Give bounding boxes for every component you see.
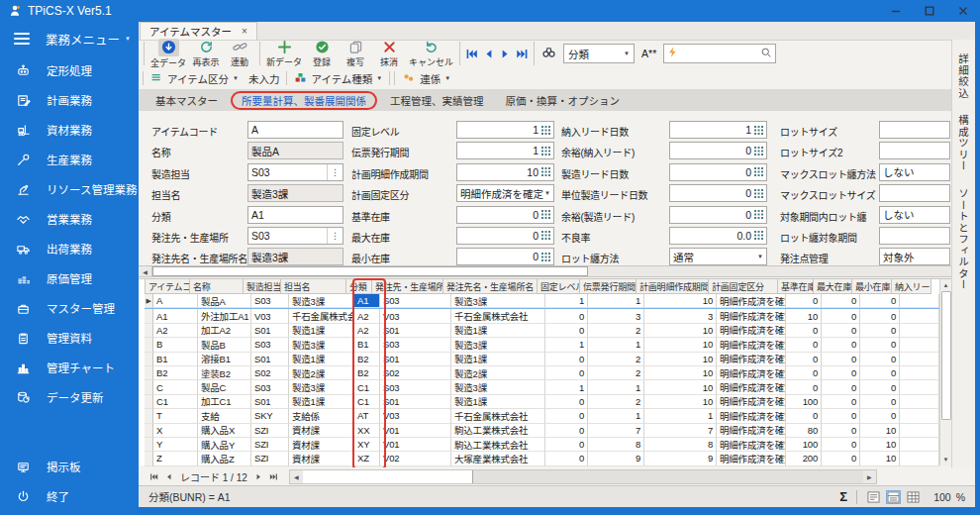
grid-cell[interactable] [900, 294, 939, 308]
grid-cell[interactable]: SZI [251, 438, 289, 452]
grid-cell[interactable]: 製造3課 [451, 380, 545, 394]
grid-cell[interactable]: 10 [860, 438, 900, 452]
scrollbar-thumb[interactable] [303, 470, 473, 483]
grid-entry-icon[interactable] [541, 147, 550, 155]
grid-cell[interactable]: S03 [251, 294, 289, 308]
grid-cell[interactable]: 10 [644, 380, 717, 394]
record-prev-button[interactable] [480, 48, 497, 60]
page-tab-4[interactable]: 原価・換算・オプション [495, 91, 632, 110]
column-header-発注先名・生産場所名[interactable]: 発注先名・生産場所名 [443, 279, 538, 294]
scroll-left-icon[interactable]: ◀ [139, 266, 152, 276]
field-input-readonly[interactable]: 製品A [247, 142, 343, 159]
grid-cell[interactable]: 0 [786, 353, 822, 366]
grid-cell[interactable]: 1 [588, 380, 644, 394]
field-input-number[interactable]: 1 [669, 121, 767, 139]
grid-cell[interactable]: 2 [588, 366, 644, 380]
wildcard-button[interactable]: A** [637, 48, 660, 59]
grid-cell[interactable]: S01 [251, 353, 289, 366]
grid-cell[interactable]: 明細作成済を確定 [717, 338, 786, 352]
field-input-readonly[interactable]: 製造3課 [247, 184, 343, 202]
grid-cell[interactable]: 0 [822, 424, 860, 438]
grid-cell[interactable]: 千石金属株式会社 [451, 309, 545, 323]
grid-cell[interactable]: 10 [644, 324, 717, 338]
grid-cell[interactable]: 製造1課 [289, 324, 354, 338]
grid-cell[interactable]: 駒込工業株式会社 [451, 438, 545, 452]
document-tab-item-master[interactable]: アイテムマスター × [140, 22, 257, 40]
grid-cell[interactable]: S01 [251, 395, 289, 409]
grid-row[interactable]: ▶A製品AS03製造3課A1S03製造3課1110明細作成済を確定000 [145, 294, 939, 309]
grid-cell[interactable]: S03 [380, 294, 451, 308]
sidebar-item-database[interactable]: データ更新 [0, 382, 139, 412]
grid-cell[interactable]: 0 [545, 366, 588, 380]
grid-cell[interactable]: 1 [588, 294, 644, 308]
row-selector[interactable]: ▶ [145, 294, 153, 308]
grid-cell[interactable]: Y [153, 438, 198, 452]
grid-cell[interactable]: 80 [786, 424, 822, 438]
grid-cell[interactable]: 1 [545, 294, 588, 308]
grid-cell[interactable]: 塗装B2 [198, 366, 251, 380]
grid-cell[interactable]: 明細作成済を確定 [717, 409, 786, 423]
grid-cell[interactable]: 製造3課 [289, 294, 354, 308]
grid-cell[interactable]: 8 [644, 438, 717, 452]
field-input-text[interactable] [879, 227, 950, 245]
grid-cell[interactable]: 購入品Z [198, 452, 251, 465]
grid-cell[interactable]: 0 [860, 366, 900, 380]
field-input-number[interactable]: 0 [456, 227, 554, 245]
grid-cell[interactable]: 0 [545, 438, 588, 452]
grid-cell[interactable]: 10 [786, 309, 822, 323]
grid-cell[interactable]: A2 [153, 324, 198, 338]
column-header-計画明細作成期間[interactable]: 計画明細作成期間 [637, 279, 709, 294]
grid-cell[interactable]: C1 [153, 395, 198, 409]
grid-cell[interactable]: 製造3課 [451, 338, 545, 352]
grid-cell[interactable]: 支給 [198, 409, 251, 423]
field-input-text[interactable] [879, 121, 950, 139]
sidebar-menu-header[interactable]: 業務メニュー ▼ [0, 22, 139, 55]
grid-row[interactable]: B製品BS03製造3課B1S03製造3課1110明細作成済を確定000 [145, 338, 939, 352]
record-first-button[interactable] [147, 472, 161, 481]
grid-cell[interactable]: 溶接B1 [198, 353, 251, 366]
grid-cell[interactable]: S01 [380, 353, 451, 366]
grid-cell[interactable]: SZI [251, 424, 289, 438]
grid-cell[interactable]: 製造1課 [451, 353, 545, 366]
grid-cell[interactable]: XY [354, 438, 380, 452]
grid-cell[interactable]: B1 [153, 353, 198, 366]
grid-entry-icon[interactable] [541, 231, 550, 240]
grid-cell[interactable]: 0 [545, 324, 588, 338]
grid-cell[interactable]: 1 [588, 409, 644, 423]
grid-row[interactable]: Z購入品ZSZI資材課XZV02大塚産業株式会社099明細作成済を確定20001… [145, 452, 939, 465]
grid-cell[interactable]: B1 [354, 338, 380, 352]
sidebar-item-chart[interactable]: 管理チャート [0, 353, 139, 382]
grid-cell[interactable]: B2 [354, 353, 380, 366]
grid-cell[interactable]: 0 [545, 409, 588, 423]
grid-cell[interactable]: 3 [588, 309, 644, 323]
grid-entry-icon[interactable] [754, 167, 763, 176]
grid-cell[interactable]: 千石金属株式会社 [289, 309, 354, 323]
grid-cell[interactable]: 3 [644, 309, 717, 323]
grid-cell[interactable]: 製造3課 [451, 294, 545, 308]
grid-cell[interactable]: 製造1課 [451, 395, 545, 409]
row-selector[interactable] [145, 380, 153, 394]
grid-cell[interactable]: S03 [251, 338, 289, 352]
field-input-number[interactable]: 0 [669, 163, 767, 181]
field-input-readonly[interactable]: 製造3課 [247, 248, 343, 265]
grid-cell[interactable]: 1 [644, 409, 717, 423]
grid-cell[interactable]: V02 [380, 452, 451, 465]
grid-cell[interactable]: 2 [588, 395, 644, 409]
grid-entry-icon[interactable] [754, 126, 763, 135]
grid-cell[interactable]: 資材課 [289, 452, 354, 465]
grid-cell[interactable]: S01 [380, 324, 451, 338]
field-input-number[interactable]: 1 [456, 142, 554, 159]
grid-cell[interactable]: 10 [860, 424, 900, 438]
grid-cell[interactable]: 0 [822, 409, 860, 423]
grid-cell[interactable]: 0 [786, 338, 822, 352]
grid-cell[interactable]: 外注加工A1 [198, 309, 251, 323]
grid-cell[interactable]: C1 [354, 395, 380, 409]
grid-row[interactable]: T支給SKY支給係ATV03千石金属株式会社011明細作成済を確定000 [145, 409, 939, 423]
grid-cell[interactable]: S02 [380, 366, 451, 380]
grid-row[interactable]: A1外注加工A1V03千石金属株式会社A2V03千石金属株式会社033明細作成済… [145, 309, 939, 323]
page-tab-1[interactable]: 基本マスター [145, 91, 229, 110]
view-form-button[interactable] [866, 490, 881, 504]
field-input-text[interactable]: しない [879, 206, 950, 224]
grid-cell[interactable]: 製品B [198, 338, 251, 352]
grid-cell[interactable]: 9 [644, 452, 717, 465]
